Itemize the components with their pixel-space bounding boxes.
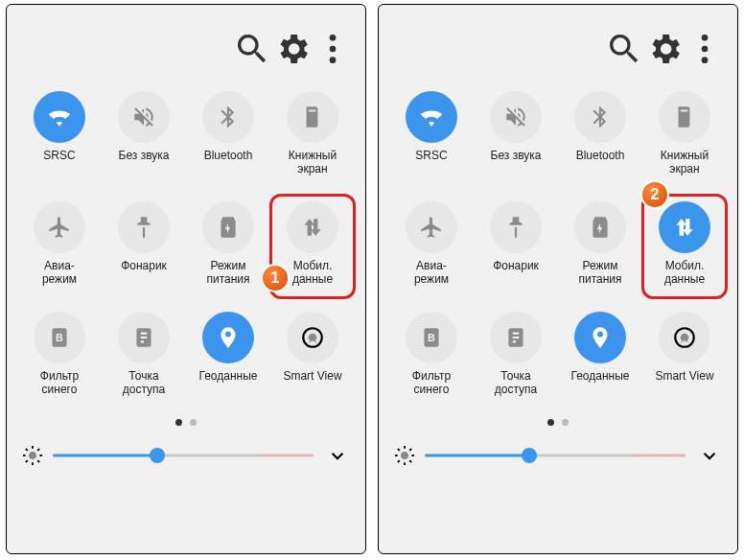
- book-icon: [672, 105, 697, 129]
- tile-location[interactable]: Геоданные: [562, 312, 639, 397]
- expand-button[interactable]: [325, 443, 350, 468]
- brightness-row: [18, 443, 354, 468]
- tile-bluetooth[interactable]: Bluetooth: [190, 91, 267, 176]
- brightness-icon: [22, 445, 43, 466]
- bluelight-icon: [419, 325, 444, 350]
- mobiledata-toggle[interactable]: [659, 201, 710, 253]
- power-icon: [588, 215, 613, 240]
- tile-flashlight[interactable]: Фонарик: [477, 201, 554, 287]
- flashlight-toggle[interactable]: [118, 201, 170, 253]
- quick-panel-toolbar: [18, 28, 354, 70]
- settings-icon: [273, 30, 312, 68]
- tile-power[interactable]: Режим питания: [562, 201, 639, 287]
- expand-button[interactable]: [697, 443, 722, 468]
- brightness-slider[interactable]: [53, 445, 314, 466]
- step-badge: 2: [640, 180, 669, 209]
- mobiledata-icon: [300, 215, 325, 240]
- tile-label: Smart View: [655, 369, 713, 383]
- pager-dot: [190, 419, 197, 426]
- location-toggle[interactable]: [574, 312, 626, 363]
- tile-label: Без звука: [119, 149, 170, 162]
- bluetooth-toggle[interactable]: [202, 91, 254, 143]
- bluelight-toggle[interactable]: [34, 312, 85, 363]
- tile-label: Фонарик: [493, 259, 539, 272]
- tile-bluelight[interactable]: Фильтр синего: [21, 312, 98, 397]
- tile-mute[interactable]: Без звука: [477, 91, 554, 176]
- tile-label: Без звука: [491, 149, 542, 162]
- tile-smartview[interactable]: Smart View: [646, 312, 723, 397]
- search-button[interactable]: [233, 30, 271, 68]
- tile-book[interactable]: Книжный экран: [274, 91, 351, 176]
- tile-label: Мобил. данные: [292, 259, 333, 287]
- mute-toggle[interactable]: [490, 91, 542, 143]
- location-toggle[interactable]: [202, 312, 254, 363]
- power-toggle[interactable]: [574, 201, 626, 253]
- smartview-toggle[interactable]: [659, 312, 710, 363]
- smartview-icon: [300, 325, 325, 350]
- tile-wifi[interactable]: SRSC: [21, 91, 98, 176]
- brightness-slider[interactable]: [425, 445, 686, 466]
- bluetooth-toggle[interactable]: [574, 91, 626, 143]
- tile-flashlight[interactable]: Фонарик: [105, 201, 182, 287]
- bluetooth-icon: [588, 105, 613, 129]
- flashlight-toggle[interactable]: [490, 201, 542, 253]
- more-icon: [314, 30, 352, 68]
- tile-mute[interactable]: Без звука: [105, 91, 182, 176]
- settings-button[interactable]: [645, 30, 684, 68]
- settings-icon: [645, 30, 684, 68]
- tile-wifi[interactable]: SRSC: [393, 91, 470, 176]
- tile-label: Геоданные: [570, 369, 629, 383]
- mobiledata-toggle[interactable]: [287, 201, 338, 253]
- brightness-icon: [394, 445, 415, 466]
- wifi-icon: [47, 105, 72, 129]
- settings-button[interactable]: [273, 30, 312, 68]
- hotspot-icon: [131, 325, 156, 350]
- tile-label: Фонарик: [121, 259, 167, 272]
- more-button[interactable]: [314, 30, 352, 68]
- tile-hotspot[interactable]: Точка доступа: [477, 312, 554, 397]
- book-toggle[interactable]: [287, 91, 338, 143]
- tile-airplane[interactable]: Авиа- режим: [21, 201, 98, 287]
- tile-airplane[interactable]: Авиа- режим: [393, 201, 470, 287]
- wifi-icon: [419, 105, 444, 129]
- tile-label: Книжный экран: [289, 149, 337, 176]
- tile-label: Bluetooth: [576, 149, 625, 162]
- smartview-icon: [672, 325, 697, 350]
- tile-bluelight[interactable]: Фильтр синего: [393, 312, 470, 397]
- location-icon: [216, 325, 241, 350]
- tile-smartview[interactable]: Smart View: [274, 312, 351, 397]
- tile-mobiledata[interactable]: Мобил. данные1: [274, 201, 351, 287]
- book-toggle[interactable]: [659, 91, 710, 143]
- wifi-toggle[interactable]: [34, 91, 85, 143]
- wifi-toggle[interactable]: [406, 91, 457, 143]
- tile-mobiledata[interactable]: Мобил. данные2: [646, 201, 723, 287]
- mute-icon: [503, 105, 528, 129]
- power-icon: [216, 215, 241, 240]
- power-toggle[interactable]: [202, 201, 254, 253]
- mute-toggle[interactable]: [118, 91, 170, 143]
- hotspot-toggle[interactable]: [118, 312, 170, 363]
- tile-label: Фильтр синего: [40, 369, 79, 397]
- tile-power[interactable]: Режим питания: [190, 201, 267, 287]
- pager-dot: [175, 419, 182, 426]
- bluelight-toggle[interactable]: [406, 312, 457, 363]
- hotspot-toggle[interactable]: [490, 312, 542, 363]
- airplane-toggle[interactable]: [406, 201, 457, 253]
- smartview-toggle[interactable]: [287, 312, 338, 363]
- tile-book[interactable]: Книжный экран: [646, 91, 723, 176]
- more-button[interactable]: [686, 30, 724, 68]
- tile-label: Bluetooth: [204, 149, 253, 162]
- flashlight-icon: [503, 215, 528, 240]
- tile-label: SRSC: [43, 149, 75, 162]
- search-icon: [605, 30, 643, 68]
- airplane-icon: [419, 215, 444, 240]
- tile-label: Книжный экран: [661, 149, 709, 176]
- tile-hotspot[interactable]: Точка доступа: [105, 312, 182, 397]
- tile-label: Мобил. данные: [664, 259, 705, 287]
- quick-settings-grid: SRSCБез звукаBluetoothКнижный экранАвиа-…: [18, 70, 354, 396]
- search-button[interactable]: [605, 30, 643, 68]
- tile-location[interactable]: Геоданные: [190, 312, 267, 397]
- airplane-toggle[interactable]: [34, 201, 85, 253]
- tile-label: Точка доступа: [495, 369, 537, 397]
- tile-bluetooth[interactable]: Bluetooth: [562, 91, 639, 176]
